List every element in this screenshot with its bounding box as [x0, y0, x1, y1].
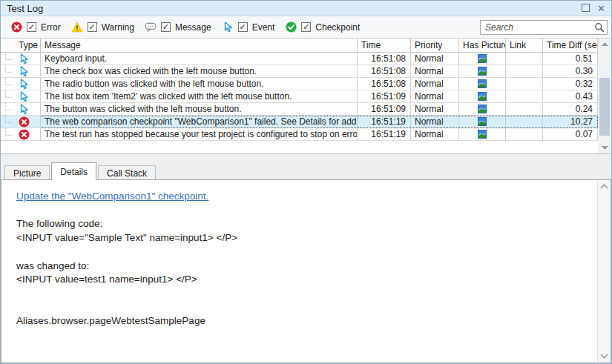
- details-blank-line: [16, 245, 581, 259]
- filter-error-label: Error: [41, 22, 61, 33]
- has-picture-icon[interactable]: [478, 92, 487, 101]
- log-priority: Normal: [411, 78, 459, 90]
- log-has-picture-cell: [459, 90, 506, 103]
- details-scroll-down-icon[interactable]: [600, 354, 608, 359]
- log-message: The check box was clicked with the left …: [41, 65, 358, 78]
- log-message: The button was clicked with the left mou…: [41, 103, 358, 116]
- details-text-line: Aliases.browser.pageWebtestSamplePage: [16, 314, 581, 328]
- column-header-time-diff-sec-[interactable]: Time Diff (sec): [543, 39, 598, 52]
- table-row[interactable]: The test run has stopped because your te…: [1, 128, 598, 141]
- table-row[interactable]: The check box was clicked with the left …: [1, 65, 598, 78]
- column-header-has-picture[interactable]: Has Picture: [459, 39, 506, 52]
- log-type-cell: [1, 103, 41, 116]
- scroll-down-button[interactable]: [598, 142, 611, 153]
- log-time-diff: 10.27: [543, 116, 598, 128]
- tree-connector-icon: [5, 65, 12, 72]
- log-priority: Normal: [411, 128, 459, 141]
- filter-error-checkbox[interactable]: [27, 22, 36, 32]
- log-message: The test run has stopped because your te…: [41, 128, 358, 141]
- details-scroll-up-icon[interactable]: [600, 184, 608, 189]
- filter-warning: Warning: [71, 21, 134, 33]
- log-type-cell: [1, 65, 41, 78]
- message-icon: [145, 21, 157, 33]
- log-time: 16:51:09: [358, 90, 411, 103]
- filter-event-checkbox[interactable]: [238, 22, 248, 32]
- has-picture-icon[interactable]: [478, 79, 487, 88]
- filter-toolbar: Error Warning Message Event Checkpoint: [1, 16, 611, 39]
- table-row[interactable]: The button was clicked with the left mou…: [1, 103, 598, 116]
- scroll-track[interactable]: [598, 50, 611, 142]
- window-controls: ✕: [582, 4, 605, 13]
- panel-title: Test Log: [7, 3, 43, 14]
- tree-connector-icon: [5, 78, 12, 85]
- tree-connector-icon: [5, 103, 12, 110]
- filter-message-checkbox[interactable]: [161, 22, 171, 32]
- log-table: TypeMessageTimePriorityHas PictureLinkTi…: [1, 39, 611, 154]
- tree-connector-icon: [5, 128, 12, 135]
- log-message: Keyboard input.: [41, 53, 358, 65]
- log-type-cell: [1, 116, 41, 128]
- log-priority: Normal: [411, 103, 459, 116]
- column-header-message[interactable]: Message: [41, 39, 358, 52]
- log-link: [506, 116, 543, 128]
- details-panel: Update the "WebComparison1" checkpoint. …: [1, 179, 611, 363]
- filter-message: Message: [145, 21, 211, 33]
- has-picture-icon[interactable]: [478, 130, 487, 139]
- search-icon[interactable]: [594, 22, 605, 33]
- tree-connector-icon: [5, 116, 12, 122]
- tab-picture[interactable]: Picture: [4, 165, 50, 179]
- log-has-picture-cell: [459, 53, 506, 65]
- filter-event: Event: [222, 21, 275, 33]
- float-window-icon: [582, 4, 590, 12]
- log-message: The web comparison checkpoint "WebCompar…: [41, 116, 358, 128]
- tab-callstack[interactable]: Call Stack: [98, 165, 156, 179]
- checkpoint-icon: [285, 21, 297, 33]
- column-header-priority[interactable]: Priority: [411, 39, 459, 52]
- log-time: 16:51:19: [358, 116, 411, 128]
- tab-details[interactable]: Details: [51, 162, 96, 180]
- log-link: [506, 65, 543, 78]
- filter-checkpoint-checkbox[interactable]: [301, 22, 311, 32]
- log-time: 16:51:08: [358, 53, 411, 65]
- scroll-up-button[interactable]: [598, 39, 611, 50]
- search-input[interactable]: [480, 20, 608, 35]
- column-header-type[interactable]: Type: [1, 39, 41, 52]
- has-picture-icon[interactable]: [478, 67, 487, 76]
- log-priority: Normal: [411, 65, 459, 78]
- has-picture-icon[interactable]: [478, 105, 487, 113]
- close-icon: ✕: [597, 3, 605, 14]
- details-scrollbar[interactable]: [597, 181, 610, 362]
- float-window-button[interactable]: [582, 4, 590, 13]
- details-text-line: <INPUT value=test1 name=input1> </P>: [16, 273, 581, 287]
- table-row[interactable]: Keyboard input. 16:51:08 Normal 0.51: [1, 53, 598, 65]
- log-time-diff: 0.43: [543, 90, 598, 103]
- update-checkpoint-link[interactable]: Update the "WebComparison1" checkpoint.: [16, 191, 208, 202]
- log-priority: Normal: [411, 116, 459, 128]
- has-picture-icon[interactable]: [478, 117, 487, 126]
- table-scrollbar[interactable]: [598, 39, 611, 153]
- column-header-link[interactable]: Link: [506, 39, 543, 52]
- warning-icon: [71, 21, 83, 33]
- search-box: [480, 20, 608, 35]
- filter-group-host: Error Warning Message Event Checkpoint: [10, 21, 360, 33]
- filter-warning-checkbox[interactable]: [88, 22, 97, 32]
- tree-connector-icon: [5, 90, 12, 97]
- scroll-thumb[interactable]: [599, 78, 610, 136]
- error-icon: [19, 116, 30, 128]
- log-has-picture-cell: [459, 78, 506, 90]
- table-row[interactable]: The web comparison checkpoint "WebCompar…: [1, 116, 598, 128]
- has-picture-icon[interactable]: [478, 54, 487, 63]
- error-icon: [19, 129, 30, 140]
- details-blank-line: [16, 301, 581, 315]
- grid-empty-area: [1, 141, 598, 153]
- table-row[interactable]: The list box item 'Item2' was clicked wi…: [1, 90, 598, 103]
- details-blank-line: [16, 204, 581, 218]
- column-header-time[interactable]: Time: [358, 39, 411, 52]
- log-time: 16:51:08: [358, 65, 411, 78]
- close-button[interactable]: ✕: [597, 4, 605, 13]
- error-icon: [10, 21, 22, 33]
- log-link: [506, 128, 543, 141]
- filter-event-label: Event: [252, 22, 275, 33]
- log-link: [506, 103, 543, 116]
- table-row[interactable]: The radio button was clicked with the le…: [1, 78, 598, 90]
